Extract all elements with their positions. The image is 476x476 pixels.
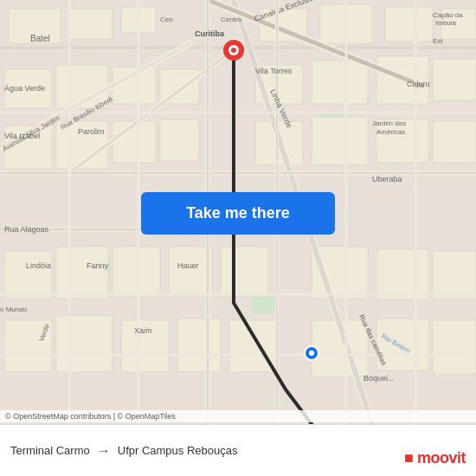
svg-rect-37 [56, 316, 113, 372]
svg-rect-35 [433, 251, 476, 299]
moovit-logo: ■ moovit [404, 449, 466, 467]
svg-rect-34 [376, 249, 428, 299]
svg-text:Rua Alagoas: Rua Alagoas [4, 225, 49, 234]
svg-point-71 [309, 351, 314, 356]
svg-rect-39 [177, 318, 221, 372]
svg-text:Jardim das: Jardim das [372, 119, 406, 127]
svg-rect-22 [113, 121, 156, 163]
svg-text:Imbuia: Imbuia [435, 19, 457, 27]
svg-text:Parolim: Parolim [78, 127, 105, 136]
svg-point-74 [231, 48, 236, 53]
svg-text:Cen: Cen [160, 16, 173, 23]
moovit-icon: ■ [404, 449, 413, 466]
svg-text:Água Verde: Água Verde [4, 84, 45, 93]
destination-label: Ufpr Campus Rebouças [118, 444, 238, 457]
svg-rect-29 [56, 247, 108, 299]
svg-rect-23 [160, 119, 199, 161]
svg-rect-19 [433, 59, 476, 100]
svg-text:Capão da: Capão da [433, 11, 463, 19]
moovit-text: moovit [417, 449, 466, 466]
svg-rect-32 [221, 247, 268, 297]
svg-text:Fanny: Fanny [87, 261, 109, 270]
svg-text:Batel: Batel [30, 34, 50, 43]
svg-text:Américas: Américas [376, 128, 405, 136]
svg-rect-25 [312, 117, 368, 164]
route-info: Terminal Carmo → Ufpr Campus Rebouças [10, 443, 466, 459]
svg-rect-3 [251, 294, 277, 313]
svg-rect-27 [433, 121, 476, 163]
svg-rect-30 [113, 247, 160, 297]
svg-rect-17 [312, 61, 368, 104]
svg-text:Uberaba: Uberaba [372, 175, 402, 183]
svg-text:Lindóia: Lindóia [26, 261, 51, 270]
svg-text:Hauer: Hauer [177, 261, 199, 270]
svg-text:Centro: Centro [221, 16, 242, 23]
svg-text:Cajuru: Cajuru [407, 80, 430, 88]
moovit-brand-name: ■ moovit [404, 449, 466, 467]
svg-text:Xaim: Xaim [134, 326, 152, 335]
take-me-there-button[interactable]: Take me there [141, 192, 335, 235]
svg-rect-6 [69, 9, 113, 39]
map-container: Canaleta Exclusiva BRT Batel Água Verd [0, 0, 476, 424]
map-attribution: © OpenStreetMap contributors | © OpenMap… [0, 410, 476, 422]
attribution-text: © OpenStreetMap contributors | © OpenMap… [5, 412, 176, 421]
svg-text:Est: Est [433, 37, 443, 45]
origin-label: Terminal Carmo [10, 444, 90, 457]
bottom-bar: Terminal Carmo → Ufpr Campus Rebouças ■ … [0, 424, 476, 476]
svg-text:Curitiba: Curitiba [195, 29, 225, 38]
svg-rect-10 [385, 7, 433, 42]
arrow-icon: → [97, 443, 111, 459]
svg-text:o Mundo: o Mundo [0, 306, 28, 313]
svg-rect-43 [433, 320, 476, 374]
svg-rect-28 [4, 251, 52, 299]
svg-text:Vila Torres: Vila Torres [255, 67, 293, 75]
svg-text:Boquei...: Boquei... [363, 374, 395, 383]
